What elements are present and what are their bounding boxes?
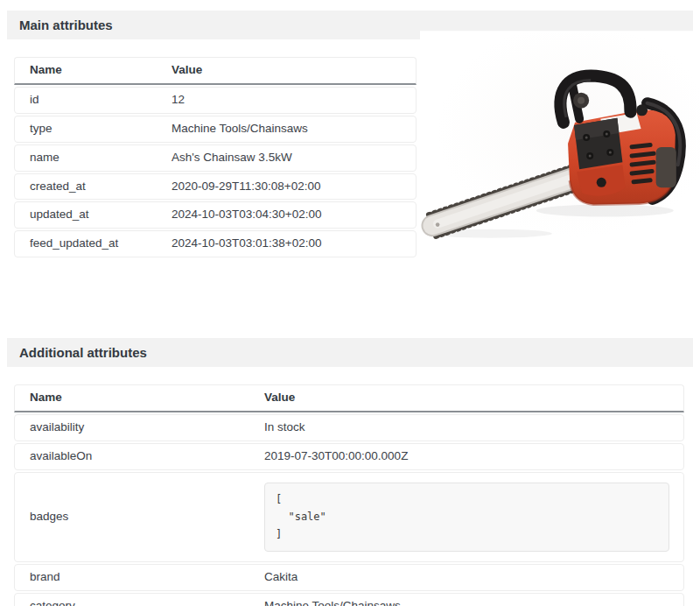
attr-name: created_at	[15, 174, 157, 200]
table-row: type Machine Tools/Chainsaws	[14, 116, 416, 143]
attr-name: type	[15, 116, 157, 142]
attr-value: 12	[157, 88, 416, 113]
table-row: category Machine Tools/Chainsaws	[14, 593, 684, 606]
badges-json-code: [ "sale" ]	[264, 483, 669, 552]
table-row: updated_at 2024-10-03T03:04:30+02:00	[14, 201, 416, 229]
chainsaw-product-photo	[420, 31, 700, 251]
table-header-row: Name Value	[14, 384, 684, 412]
attr-name: badges	[15, 504, 249, 530]
table-row: name Ash's Chainsaw 3.5kW	[14, 144, 416, 172]
additional-attributes-header: Additional attributes	[7, 338, 693, 367]
attr-name: availableOn	[15, 444, 249, 469]
table-header-row: Name Value	[14, 57, 416, 85]
attr-name: id	[15, 88, 157, 113]
attr-value: 2024-10-03T03:04:30+02:00	[157, 202, 416, 228]
attr-value: 2020-09-29T11:30:08+02:00	[157, 174, 416, 200]
table-row: availability In stock	[14, 414, 684, 441]
attr-value: 2019-07-30T00:00:00.000Z	[249, 444, 683, 469]
attr-value: 2024-10-03T03:01:38+02:00	[157, 231, 416, 257]
attr-name: category	[15, 594, 249, 606]
column-header-value: Value	[157, 58, 416, 83]
attr-name: availability	[15, 415, 249, 440]
attr-value: In stock	[249, 415, 683, 440]
attr-value: Cakita	[249, 565, 683, 590]
additional-attributes-body: Name Value availability In stock availab…	[7, 367, 693, 606]
attr-value: Ash's Chainsaw 3.5kW	[157, 145, 416, 171]
attr-value: Machine Tools/Chainsaws	[157, 116, 416, 142]
attr-value: [ "sale" ]	[249, 473, 683, 561]
section-gap	[0, 259, 700, 328]
column-header-name: Name	[15, 385, 249, 411]
table-row: created_at 2020-09-29T11:30:08+02:00	[14, 173, 416, 201]
main-attributes-body: Name Value id 12 type Machine Tools/Chai…	[7, 39, 693, 257]
column-header-name: Name	[15, 58, 157, 83]
table-row-badges: badges [ "sale" ]	[14, 472, 684, 562]
main-attributes-table: Name Value id 12 type Machine Tools/Chai…	[14, 57, 416, 257]
attr-value: Machine Tools/Chainsaws	[249, 594, 683, 606]
attr-name: feed_updated_at	[15, 231, 157, 257]
attr-name: name	[15, 145, 157, 171]
table-row: feed_updated_at 2024-10-03T03:01:38+02:0…	[14, 230, 416, 257]
table-row: availableOn 2019-07-30T00:00:00.000Z	[14, 443, 684, 470]
column-header-value: Value	[249, 385, 683, 411]
additional-attributes-section: Additional attributes Name Value availab…	[7, 338, 693, 606]
main-attributes-section: Main attributes Name Value id 12 type Ma…	[7, 11, 693, 257]
table-row: id 12	[14, 87, 416, 114]
table-row: brand Cakita	[14, 564, 684, 591]
attr-name: updated_at	[15, 202, 157, 228]
additional-attributes-table: Name Value availability In stock availab…	[14, 384, 684, 606]
attr-name: brand	[15, 565, 249, 590]
